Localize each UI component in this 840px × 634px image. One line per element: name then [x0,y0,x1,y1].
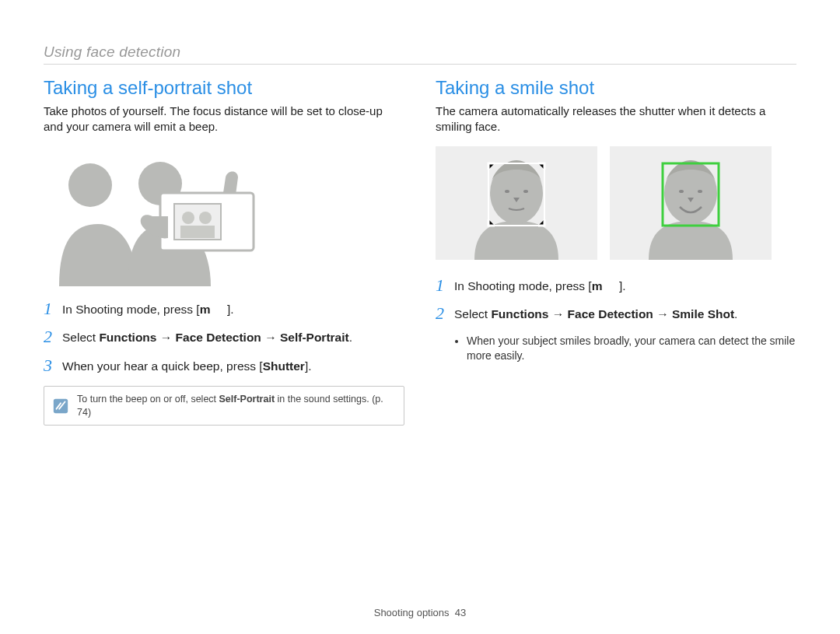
page: Using face detection Taking a self-portr… [0,0,840,634]
right-heading: Taking a smile shot [436,77,796,99]
note-icon [52,398,69,415]
self-portrait-illustration [44,146,404,286]
step-number: 1 [44,300,62,317]
svg-point-10 [523,190,528,193]
svg-point-4 [182,212,194,224]
step-text: In Shooting mode, press [m ]. [454,277,626,295]
face-frame-smile [610,146,772,260]
step-number: 3 [44,357,62,374]
section-title: Using face detection [44,44,796,65]
left-steps: 1 In Shooting mode, press [m ]. 2 Select… [44,300,404,376]
right-step-1: 1 In Shooting mode, press [m ]. [436,277,796,295]
left-heading: Taking a self-portrait shot [44,77,404,99]
face-frame-neutral [436,146,597,260]
svg-point-14 [698,190,702,193]
left-step-3: 3 When your hear a quick beep, press [Sh… [44,357,404,375]
step-number: 1 [436,277,454,294]
footer-label: Shooting options [374,607,450,618]
smile-shot-illustration [436,146,796,260]
note-box: To turn the beep on or off, select Self-… [44,386,404,426]
svg-point-13 [679,190,684,193]
right-column: Taking a smile shot The camera automatic… [436,77,796,601]
step-text: When your hear a quick beep, press [Shut… [62,357,312,375]
svg-rect-6 [180,226,215,238]
left-description: Take photos of yourself. The focus dista… [44,103,404,135]
self-portrait-icon [44,146,292,286]
note-text: To turn the beep on or off, select Self-… [77,393,396,419]
step-text: Select Functions → Face Detection → Self… [62,328,352,346]
step-text: Select Functions → Face Detection → Smil… [454,305,737,323]
columns: Taking a self-portrait shot Take photos … [44,77,796,601]
svg-point-5 [199,212,212,224]
page-number: 43 [455,607,466,618]
page-footer: Shooting options 43 [44,601,796,618]
svg-point-9 [505,190,509,193]
svg-point-0 [68,163,112,207]
right-step-2: 2 Select Functions → Face Detection → Sm… [436,305,796,323]
right-steps: 1 In Shooting mode, press [m ]. 2 Select… [436,277,796,324]
right-sub-bullets: When your subject smiles broadly, your c… [467,334,796,363]
left-step-1: 1 In Shooting mode, press [m ]. [44,300,404,318]
step-number: 2 [44,328,62,345]
step-number: 2 [436,305,454,322]
sub-bullet: When your subject smiles broadly, your c… [467,334,796,363]
left-column: Taking a self-portrait shot Take photos … [44,77,404,601]
step-text: In Shooting mode, press [m ]. [62,300,234,318]
right-description: The camera automatically releases the sh… [436,103,796,135]
left-step-2: 2 Select Functions → Face Detection → Se… [44,328,404,346]
